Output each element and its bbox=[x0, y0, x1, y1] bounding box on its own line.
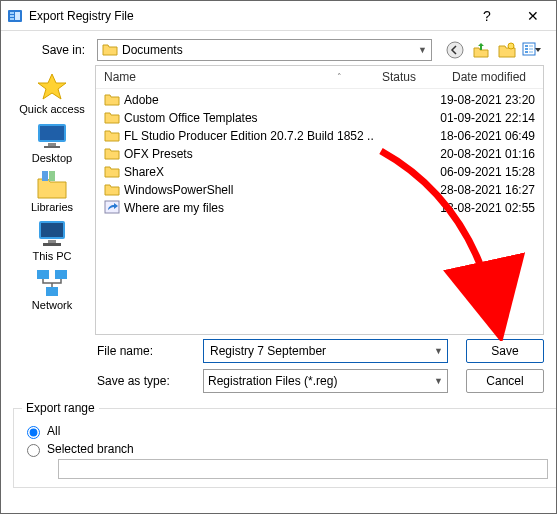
svg-rect-11 bbox=[529, 45, 533, 47]
cancel-button[interactable]: Cancel bbox=[466, 369, 544, 393]
saveastype-combo[interactable]: Registration Files (*.reg) ▼ bbox=[203, 369, 448, 393]
close-button[interactable]: ✕ bbox=[510, 1, 556, 31]
column-status[interactable]: Status bbox=[382, 70, 452, 84]
place-label: Quick access bbox=[19, 103, 84, 115]
svg-point-6 bbox=[508, 43, 514, 49]
svg-rect-21 bbox=[41, 223, 63, 237]
filename-input[interactable] bbox=[208, 344, 434, 358]
place-network[interactable]: Network bbox=[13, 265, 91, 313]
chevron-down-icon: ▼ bbox=[434, 376, 443, 386]
file-date: 20-08-2021 01:16 bbox=[440, 147, 535, 161]
savein-dropdown[interactable]: Documents ▼ bbox=[97, 39, 432, 61]
export-range-legend: Export range bbox=[22, 401, 99, 415]
svg-rect-22 bbox=[48, 240, 56, 243]
file-name: FL Studio Producer Edition 20.7.2 Build … bbox=[124, 129, 373, 143]
file-row[interactable]: Where are my files13-08-2021 02:55 bbox=[104, 199, 535, 217]
column-date[interactable]: Date modified bbox=[452, 70, 543, 84]
svg-rect-24 bbox=[37, 270, 49, 279]
file-date: 19-08-2021 23:20 bbox=[440, 93, 535, 107]
place-thispc[interactable]: This PC bbox=[13, 216, 91, 264]
svg-rect-9 bbox=[525, 48, 528, 50]
places-bar: Quick accessDesktopLibrariesThis PCNetwo… bbox=[13, 65, 91, 335]
file-name: Where are my files bbox=[124, 201, 224, 215]
chevron-down-icon: ▼ bbox=[434, 346, 443, 356]
range-selected-label: Selected branch bbox=[47, 442, 134, 456]
registry-icon bbox=[7, 8, 23, 24]
svg-point-5 bbox=[447, 42, 463, 58]
folder-icon bbox=[104, 128, 120, 145]
save-button[interactable]: Save bbox=[466, 339, 544, 363]
help-button[interactable]: ? bbox=[464, 1, 510, 31]
file-list-body[interactable]: Adobe19-08-2021 23:20Custom Office Templ… bbox=[96, 89, 543, 334]
shortcut-icon bbox=[104, 200, 120, 217]
filename-label: File name: bbox=[97, 344, 197, 358]
file-name: Custom Office Templates bbox=[124, 111, 258, 125]
file-name: OFX Presets bbox=[124, 147, 193, 161]
file-name: ShareX bbox=[124, 165, 164, 179]
file-row[interactable]: Custom Office Templates01-09-2021 22:14 bbox=[104, 109, 535, 127]
svg-rect-18 bbox=[42, 171, 48, 181]
place-libraries[interactable]: Libraries bbox=[13, 167, 91, 215]
navigation-toolbar bbox=[438, 40, 544, 60]
place-label: Libraries bbox=[31, 201, 73, 213]
svg-rect-1 bbox=[10, 12, 14, 14]
file-list-header: Name˄ Status Date modified bbox=[96, 66, 543, 89]
place-label: This PC bbox=[32, 250, 71, 262]
uplevel-button[interactable] bbox=[470, 40, 492, 60]
svg-rect-3 bbox=[10, 18, 14, 20]
viewmenu-button[interactable] bbox=[522, 40, 544, 60]
file-date: 06-09-2021 15:28 bbox=[440, 165, 535, 179]
newfolder-button[interactable] bbox=[496, 40, 518, 60]
file-date: 28-08-2021 16:27 bbox=[440, 183, 535, 197]
file-row[interactable]: OFX Presets20-08-2021 01:16 bbox=[104, 145, 535, 163]
folder-icon bbox=[102, 42, 118, 59]
place-star[interactable]: Quick access bbox=[13, 69, 91, 117]
export-range-group: Export range All Selected branch bbox=[13, 401, 557, 488]
folder-icon bbox=[104, 164, 120, 181]
folder-icon bbox=[104, 110, 120, 127]
file-row[interactable]: WindowsPowerShell28-08-2021 16:27 bbox=[104, 181, 535, 199]
range-selected-row[interactable]: Selected branch bbox=[22, 441, 548, 457]
range-all-radio[interactable] bbox=[27, 426, 40, 439]
branch-input[interactable] bbox=[58, 459, 548, 479]
place-desktop[interactable]: Desktop bbox=[13, 118, 91, 166]
back-button[interactable] bbox=[444, 40, 466, 60]
place-label: Network bbox=[32, 299, 72, 311]
savein-row: Save in: Documents ▼ bbox=[1, 31, 556, 65]
svg-rect-23 bbox=[43, 243, 61, 246]
range-all-row[interactable]: All bbox=[22, 423, 548, 439]
svg-rect-19 bbox=[49, 171, 55, 181]
saveastype-label: Save as type: bbox=[97, 374, 197, 388]
svg-rect-2 bbox=[10, 15, 14, 17]
svg-rect-8 bbox=[525, 45, 528, 47]
savein-value: Documents bbox=[122, 43, 183, 57]
place-label: Desktop bbox=[32, 152, 72, 164]
filename-combo[interactable]: ▼ bbox=[203, 339, 448, 363]
range-selected-radio[interactable] bbox=[27, 444, 40, 457]
svg-rect-10 bbox=[525, 51, 528, 53]
file-row[interactable]: FL Studio Producer Edition 20.7.2 Build … bbox=[104, 127, 535, 145]
window-title: Export Registry File bbox=[29, 9, 464, 23]
chevron-down-icon: ▼ bbox=[418, 45, 427, 55]
saveastype-value: Registration Files (*.reg) bbox=[208, 374, 337, 388]
folder-icon bbox=[104, 182, 120, 199]
savein-label: Save in: bbox=[13, 43, 91, 57]
svg-rect-25 bbox=[55, 270, 67, 279]
file-date: 01-09-2021 22:14 bbox=[440, 111, 535, 125]
svg-rect-26 bbox=[46, 287, 58, 296]
export-registry-dialog: Export Registry File ? ✕ Save in: Docume… bbox=[0, 0, 557, 514]
file-row[interactable]: Adobe19-08-2021 23:20 bbox=[104, 91, 535, 109]
svg-rect-13 bbox=[529, 51, 533, 53]
range-all-label: All bbox=[47, 424, 60, 438]
file-list: Name˄ Status Date modified Adobe19-08-20… bbox=[95, 65, 544, 335]
svg-rect-17 bbox=[44, 146, 60, 148]
file-name: WindowsPowerShell bbox=[124, 183, 233, 197]
svg-rect-16 bbox=[48, 143, 56, 146]
file-row[interactable]: ShareX06-09-2021 15:28 bbox=[104, 163, 535, 181]
file-name: Adobe bbox=[124, 93, 159, 107]
folder-icon bbox=[104, 92, 120, 109]
folder-icon bbox=[104, 146, 120, 163]
column-name[interactable]: Name˄ bbox=[104, 70, 382, 84]
file-date: 18-06-2021 06:49 bbox=[440, 129, 535, 143]
svg-rect-12 bbox=[529, 48, 533, 50]
